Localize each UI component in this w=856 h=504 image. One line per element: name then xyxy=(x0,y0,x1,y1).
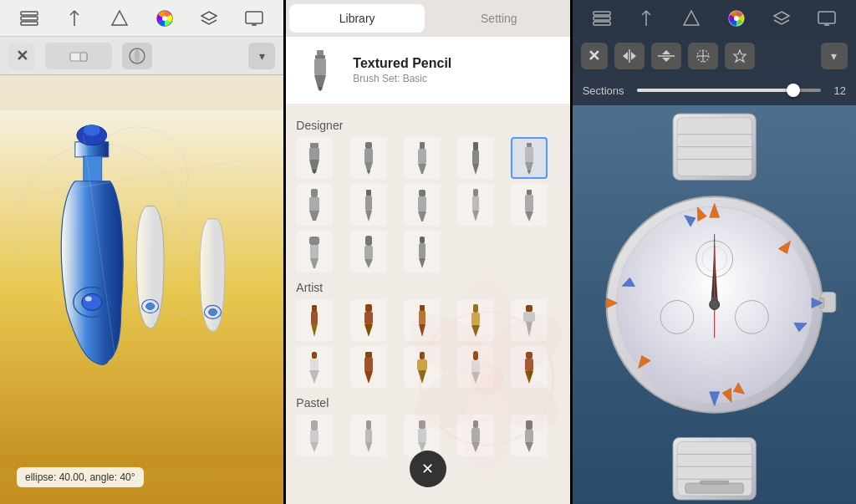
right-dropdown-button[interactable]: ▾ xyxy=(821,43,848,69)
svg-rect-137 xyxy=(594,22,610,25)
tab-library[interactable]: Library xyxy=(289,4,425,33)
sym-radial-button[interactable] xyxy=(688,43,718,69)
brush-item[interactable] xyxy=(296,184,333,226)
brush-item[interactable] xyxy=(350,415,387,456)
svg-rect-57 xyxy=(311,189,318,197)
dropdown-button[interactable]: ▾ xyxy=(248,43,275,69)
svg-rect-99 xyxy=(365,352,372,358)
brush-item[interactable] xyxy=(296,415,333,456)
section-designer: Designer xyxy=(296,119,559,132)
close-button[interactable]: ✕ xyxy=(8,43,35,69)
layers2-icon[interactable] xyxy=(197,7,221,30)
svg-rect-50 xyxy=(473,142,478,150)
svg-rect-97 xyxy=(310,359,318,370)
tab-setting[interactable]: Setting xyxy=(431,4,567,33)
svg-point-182 xyxy=(709,300,719,310)
brush-item[interactable] xyxy=(404,184,441,226)
svg-rect-43 xyxy=(365,142,372,149)
brush-item[interactable] xyxy=(511,184,548,226)
right-layers2-icon[interactable] xyxy=(770,7,793,30)
brush-item[interactable] xyxy=(350,346,387,388)
svg-rect-115 xyxy=(365,430,372,442)
right-layers-icon[interactable] xyxy=(590,7,614,30)
close-circle-button[interactable]: ✕ xyxy=(410,451,446,487)
svg-rect-60 xyxy=(366,190,371,196)
right-color-icon[interactable] xyxy=(725,7,748,30)
sym-star-button[interactable] xyxy=(725,43,755,69)
brush-item[interactable] xyxy=(296,231,333,272)
eraser-button[interactable] xyxy=(45,43,112,69)
status-bar: ellipse: 40.00, angle: 40° xyxy=(17,467,144,487)
svg-rect-114 xyxy=(366,420,371,430)
svg-rect-36 xyxy=(314,59,326,75)
brush-item[interactable] xyxy=(404,137,441,179)
svg-marker-68 xyxy=(472,211,479,221)
svg-rect-2 xyxy=(21,22,38,25)
svg-marker-98 xyxy=(309,370,319,384)
svg-rect-34 xyxy=(317,50,324,55)
svg-rect-39 xyxy=(310,143,318,148)
svg-rect-75 xyxy=(365,236,372,246)
color-wheel-icon[interactable] xyxy=(153,7,176,30)
svg-marker-62 xyxy=(365,211,372,221)
sections-slider[interactable] xyxy=(637,89,821,92)
sym-h-button[interactable] xyxy=(614,43,645,69)
right-screen-icon[interactable] xyxy=(815,7,838,30)
svg-marker-46 xyxy=(367,171,370,175)
svg-rect-14 xyxy=(80,53,87,61)
screen-icon[interactable] xyxy=(242,7,266,30)
brush-item[interactable] xyxy=(296,137,333,179)
svg-rect-66 xyxy=(473,189,478,196)
svg-rect-145 xyxy=(818,12,835,23)
brush-item[interactable] xyxy=(350,184,387,226)
slider-thumb[interactable] xyxy=(787,84,800,97)
svg-rect-72 xyxy=(309,237,319,245)
brush-item-selected[interactable] xyxy=(511,137,548,179)
layers-icon[interactable] xyxy=(18,7,41,30)
svg-rect-54 xyxy=(525,147,533,162)
svg-rect-10 xyxy=(246,12,262,23)
shape-icon[interactable] xyxy=(108,7,131,30)
svg-rect-44 xyxy=(364,149,373,162)
svg-rect-0 xyxy=(21,12,38,15)
brush-item[interactable] xyxy=(457,137,494,179)
slider-fill xyxy=(637,89,793,92)
right-ruler-icon[interactable] xyxy=(634,7,658,30)
brush-item[interactable] xyxy=(350,137,387,179)
svg-marker-83 xyxy=(311,323,318,337)
svg-marker-144 xyxy=(774,12,789,20)
sym-v-button[interactable] xyxy=(651,43,681,69)
svg-rect-135 xyxy=(594,12,610,15)
svg-marker-49 xyxy=(418,164,426,174)
brush-name: Textured Pencil xyxy=(353,56,451,71)
svg-rect-47 xyxy=(420,142,425,149)
svg-rect-61 xyxy=(365,196,372,211)
brush-item[interactable] xyxy=(350,231,387,272)
svg-rect-85 xyxy=(364,312,373,324)
svg-point-26 xyxy=(82,293,102,310)
brush-info: Textured Pencil Brush Set: Basic xyxy=(353,56,451,84)
svg-rect-136 xyxy=(594,17,610,20)
right-panel: ✕ xyxy=(573,0,856,504)
svg-rect-63 xyxy=(419,190,425,196)
svg-marker-74 xyxy=(310,258,318,268)
right-close-button[interactable]: ✕ xyxy=(581,43,608,69)
svg-point-24 xyxy=(84,125,100,136)
left-toolbar xyxy=(0,0,283,37)
svg-rect-70 xyxy=(525,195,533,211)
svg-marker-71 xyxy=(525,211,533,221)
brush-item[interactable] xyxy=(296,346,333,388)
brush-set: Brush Set: Basic xyxy=(353,73,451,84)
sections-row: Sections 12 xyxy=(573,75,856,105)
brush-item[interactable] xyxy=(296,299,333,341)
brush-item[interactable] xyxy=(457,184,494,226)
blend-button[interactable] xyxy=(122,43,152,69)
svg-point-29 xyxy=(146,303,155,309)
brush-item[interactable] xyxy=(350,299,387,341)
svg-rect-67 xyxy=(472,196,479,211)
ruler-icon[interactable] xyxy=(63,7,86,30)
brush-preview-icon xyxy=(299,48,341,94)
right-shape-icon[interactable] xyxy=(680,7,703,30)
svg-point-8 xyxy=(162,16,167,21)
svg-rect-84 xyxy=(365,304,372,312)
